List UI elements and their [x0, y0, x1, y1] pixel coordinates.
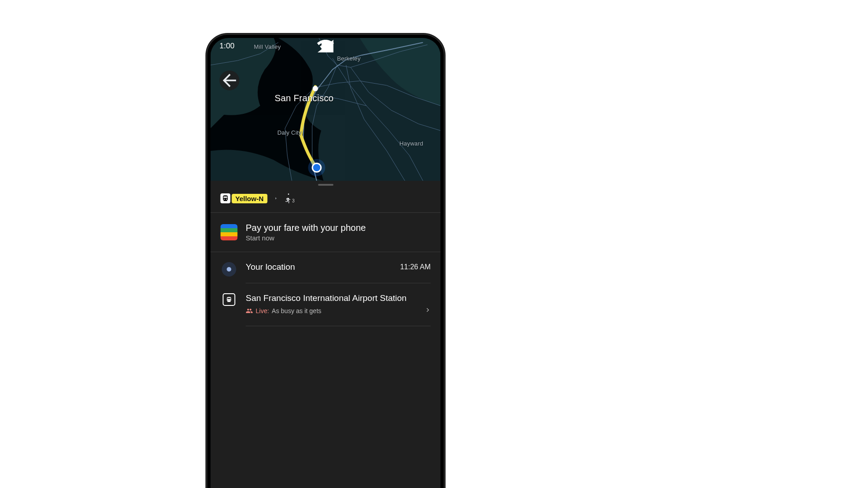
phone-frame: Mill Valley Berkeley Daly City Hayward S… [206, 33, 445, 488]
wallet-icon [221, 224, 238, 240]
step-your-location: Your location 11:26 AM [211, 252, 441, 283]
arrow-left-icon [220, 70, 240, 90]
screen: Mill Valley Berkeley Daly City Hayward S… [211, 38, 441, 488]
station-title: San Francisco International Airport Stat… [246, 293, 431, 303]
step-station[interactable]: San Francisco International Airport Stat… [211, 283, 441, 326]
transit-line-badge: Yellow-N [232, 194, 268, 203]
live-text: As busy as it gets [272, 307, 321, 314]
location-dot-icon [222, 262, 236, 277]
fare-card-subtitle: Start now [246, 234, 366, 242]
fare-card-title: Pay your fare with your phone [246, 223, 366, 233]
battery-icon [211, 40, 441, 52]
map-label-berkeley: Berkeley [337, 55, 361, 62]
walk-segment: 3 [284, 193, 295, 203]
map-destination-label: San Francisco [275, 93, 334, 103]
sheet-grabber[interactable] [318, 184, 333, 186]
svg-point-0 [313, 86, 318, 91]
status-bar: 1:00 [211, 40, 441, 52]
back-button[interactable] [220, 70, 240, 90]
fare-payment-card[interactable]: Pay your fare with your phone Start now [211, 213, 441, 252]
walk-minutes: 3 [292, 198, 295, 203]
chevron-right-icon [425, 307, 431, 315]
map-view[interactable]: Mill Valley Berkeley Daly City Hayward S… [211, 38, 441, 181]
station-icon [223, 293, 236, 306]
map-label-hayward: Hayward [400, 140, 424, 147]
crowd-icon [246, 308, 253, 314]
map-label-daly-city: Daly City [278, 129, 302, 136]
step-location-title: Your location [246, 262, 295, 272]
chevron-right-icon [272, 195, 280, 202]
directions-sheet[interactable]: Yellow-N 3 Pay your fare with [211, 181, 441, 488]
current-location-dot-icon [312, 163, 322, 173]
step-location-time: 11:26 AM [400, 263, 431, 271]
subway-icon [221, 193, 231, 203]
walk-icon [284, 193, 292, 203]
transit-chip: Yellow-N [221, 193, 268, 203]
live-label: Live: [256, 307, 269, 314]
